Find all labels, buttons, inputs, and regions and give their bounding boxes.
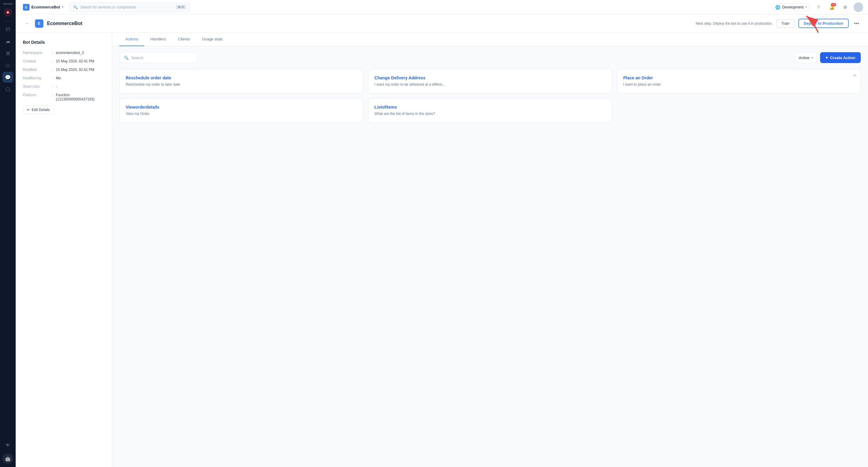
- env-label: Development: [782, 5, 804, 9]
- nav-right: 🌐 Development ▾ ? 🔔 15 ⚙: [772, 2, 863, 12]
- help-icon: ?: [817, 5, 820, 10]
- detail-row-namespace: Namespace : ecommercebot_3: [23, 51, 104, 55]
- sidebar-item-cloud[interactable]: ☁: [2, 36, 13, 47]
- more-options-button[interactable]: •••: [852, 19, 861, 28]
- detail-label-modified: Modified: [23, 67, 50, 72]
- bot-name-nav: EcommerceBot: [31, 5, 60, 9]
- tab-usage-stats[interactable]: Usage stats: [196, 33, 229, 46]
- detail-value-namespace: ecommercebot_3: [56, 51, 84, 55]
- detail-value-modified: 15 May 2024, 02:41 PM: [56, 67, 94, 72]
- bot-avatar-small: E: [23, 4, 30, 10]
- bot-details-panel: Bot Details Namespace : ecommercebot_3 C…: [16, 33, 112, 467]
- sidebar-item-chat[interactable]: 💬: [2, 72, 13, 83]
- page-title: EcommerceBot: [47, 21, 82, 26]
- sidebar-item-eye[interactable]: 👁: [2, 440, 13, 451]
- tab-actions[interactable]: Actions: [119, 33, 144, 46]
- action-desc-change-delivery: I want my order to be delivered at a dif…: [374, 82, 606, 87]
- deploy-button[interactable]: Deploy to Production: [798, 19, 849, 28]
- notifications-button[interactable]: 🔔 15: [827, 2, 837, 12]
- colon-6: :: [53, 93, 53, 97]
- action-title-vieworderdetails: Vieworderdetails: [126, 105, 357, 110]
- detail-label-modified-by: Modified by: [23, 76, 50, 80]
- notification-badge: 15: [831, 3, 836, 6]
- action-title-change-delivery: Change Delivery Address: [374, 76, 606, 80]
- sidebar-item-logo[interactable]: [2, 7, 13, 18]
- chevron-down-icon: ▾: [62, 5, 63, 9]
- help-button[interactable]: ?: [814, 2, 824, 12]
- back-button[interactable]: ←: [23, 19, 31, 28]
- tab-clients[interactable]: Clients: [172, 33, 196, 46]
- detail-label-short-intro: Short Intro: [23, 85, 50, 89]
- page-header: ← E EcommerceBot Next step: Deploy the b…: [16, 14, 868, 33]
- bot-details-title: Bot Details: [23, 40, 104, 45]
- action-title-listofitems: Listofitems: [374, 105, 606, 110]
- detail-label-created: Created: [23, 59, 50, 63]
- detail-row-modified: Modified : 15 May 2024, 02:41 PM: [23, 67, 104, 72]
- action-card-vieworderdetails[interactable]: Vieworderdetails View my Order: [119, 98, 363, 123]
- sidebar-item-diamond[interactable]: ◇: [2, 60, 13, 70]
- train-button[interactable]: Train: [776, 19, 795, 28]
- chevron-down-icon-env: ▾: [805, 5, 807, 9]
- filter-select[interactable]: Active ▾: [795, 52, 817, 63]
- ellipsis-icon: •••: [854, 21, 859, 26]
- sidebar-item-code[interactable]: ⟨/⟩: [2, 24, 13, 34]
- action-card-listofitems[interactable]: Listofitems What are the list of items i…: [368, 98, 612, 123]
- bot-selector[interactable]: E EcommerceBot ▾: [21, 3, 66, 12]
- edit-details-button[interactable]: ✏ Edit Details: [23, 106, 54, 114]
- action-card-place-order[interactable]: ✏ Place an Order I want to place an orde…: [617, 69, 861, 93]
- sidebar-item-grid[interactable]: ⊞: [2, 48, 13, 59]
- search-shortcut: ⌘+K: [176, 5, 186, 9]
- page-bot-avatar: E: [35, 19, 43, 28]
- global-search[interactable]: 🔍 Search for services or components ⌘+K: [69, 2, 190, 12]
- action-card-change-delivery[interactable]: Change Delivery Address I want my order …: [368, 69, 612, 93]
- action-title-place-order: Place an Order: [623, 76, 855, 80]
- top-nav: E EcommerceBot ▾ 🔍 Search for services o…: [16, 0, 868, 14]
- back-icon: ←: [25, 21, 29, 26]
- detail-label-platform: Platform: [23, 93, 50, 97]
- actions-content: 🔍 Search Active ▾ + Create Action: [112, 46, 868, 129]
- detail-row-modified-by: Modified by : Me: [23, 76, 104, 80]
- sidebar-divider-1: [3, 21, 13, 21]
- search-icon-actions: 🔍: [124, 56, 129, 60]
- header-right: Next step: Deploy the bot to use it in p…: [695, 19, 861, 28]
- detail-value-short-intro: -: [56, 85, 57, 89]
- pencil-icon: ✏: [27, 108, 30, 112]
- right-panel: Actions Handlers Clients Usage stats 🔍: [112, 33, 868, 467]
- action-desc-listofitems: What are the list of items in the store?: [374, 111, 606, 116]
- action-card-reschedule[interactable]: Reschedule order date Reschedule my orde…: [119, 69, 363, 93]
- sidebar-item-bot[interactable]: 🤖: [2, 453, 13, 464]
- tab-handlers[interactable]: Handlers: [144, 33, 172, 46]
- filter-label: Active: [799, 56, 809, 60]
- colon-2: :: [53, 59, 53, 63]
- content-area: Bot Details Namespace : ecommercebot_3 C…: [16, 33, 868, 467]
- action-desc-place-order: I want to place an order: [623, 82, 855, 87]
- services-label: Services: [3, 2, 13, 5]
- env-selector[interactable]: 🌐 Development ▾: [772, 3, 810, 11]
- next-step-text: Next step: Deploy the bot to use it in p…: [695, 22, 772, 26]
- chevron-down-filter: ▾: [811, 56, 813, 60]
- search-icon: 🔍: [73, 5, 78, 9]
- edit-icon-place-order[interactable]: ✏: [853, 73, 857, 78]
- detail-label-namespace: Namespace: [23, 51, 50, 55]
- detail-row-created: Created : 15 May 2024, 02:41 PM: [23, 59, 104, 63]
- action-desc-reschedule: Reschedule my order to later date: [126, 82, 357, 87]
- actions-toolbar: 🔍 Search Active ▾ + Create Action: [119, 52, 861, 63]
- colon-5: :: [53, 85, 53, 89]
- page-header-wrapper: ← E EcommerceBot Next step: Deploy the b…: [16, 14, 868, 33]
- create-action-button[interactable]: + Create Action: [820, 52, 861, 63]
- actions-search[interactable]: 🔍 Search: [119, 52, 198, 63]
- search-placeholder-actions: Search: [131, 56, 144, 60]
- detail-value-platform: Function(121300000005437193): [56, 93, 94, 101]
- sidebar-bottom: 👁 🤖: [2, 439, 13, 465]
- sidebar-item-hexagon[interactable]: ⬡: [2, 84, 13, 95]
- env-icon: 🌐: [775, 5, 780, 10]
- detail-value-modified-by: Me: [56, 76, 61, 80]
- search-placeholder: Search for services or components: [80, 5, 136, 9]
- tabs-bar: Actions Handlers Clients Usage stats: [112, 33, 868, 46]
- colon-4: :: [53, 76, 53, 80]
- user-avatar[interactable]: [854, 2, 863, 12]
- detail-row-platform: Platform : Function(121300000005437193): [23, 93, 104, 101]
- settings-button[interactable]: ⚙: [840, 2, 850, 12]
- action-desc-vieworderdetails: View my Order: [126, 111, 357, 116]
- plus-icon: +: [826, 55, 828, 60]
